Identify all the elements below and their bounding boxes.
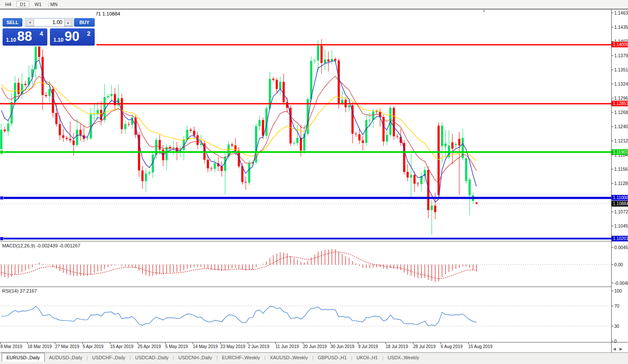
line-price-tag: 1.12851 — [612, 101, 628, 106]
rsi-indicator-label: RSI(14) 37.2167 — [2, 288, 37, 293]
ask-quote-button[interactable]: 1.10 90 2 — [50, 28, 95, 46]
volume-increase-icon[interactable]: ▲ — [64, 19, 72, 26]
line-price-tag: 1.10201 — [612, 236, 628, 241]
one-click-trading-panel: SELL ▼ 1.00 ▲ BUY 1.10 88 4 1.10 90 2 — [0, 9, 96, 46]
bid-prefix: 1.10 — [6, 37, 16, 43]
sell-button[interactable]: SELL — [3, 18, 22, 27]
line-price-tag: 1.11000 — [612, 195, 628, 201]
bid-pip-digit: 4 — [40, 30, 43, 37]
current-price-tag: 1.10884 — [612, 201, 628, 207]
ask-pip-digit: 2 — [87, 30, 90, 37]
volume-field[interactable]: ▼ 1.00 ▲ — [25, 18, 73, 27]
chart-canvas[interactable] — [0, 0, 628, 364]
volume-value[interactable]: 1.00 — [53, 19, 62, 25]
ask-prefix: 1.10 — [53, 37, 63, 43]
buy-button[interactable]: BUY — [74, 18, 95, 27]
ask-main-digits: 90 — [65, 29, 79, 44]
rsi-value: 37.2167 — [20, 288, 37, 293]
macd-indicator-label: MACD(12,26,9) -0.002439 -0.001267 — [2, 243, 80, 248]
volume-decrease-icon[interactable]: ▼ — [26, 19, 34, 26]
bid-main-digits: 88 — [17, 29, 32, 44]
bid-quote-button[interactable]: 1.10 88 4 — [3, 28, 47, 46]
line-price-tag: 1.11901 — [612, 149, 628, 155]
macd-values: -0.002439 -0.001267 — [36, 243, 80, 248]
line-price-tag: 1.14009 — [612, 42, 628, 47]
